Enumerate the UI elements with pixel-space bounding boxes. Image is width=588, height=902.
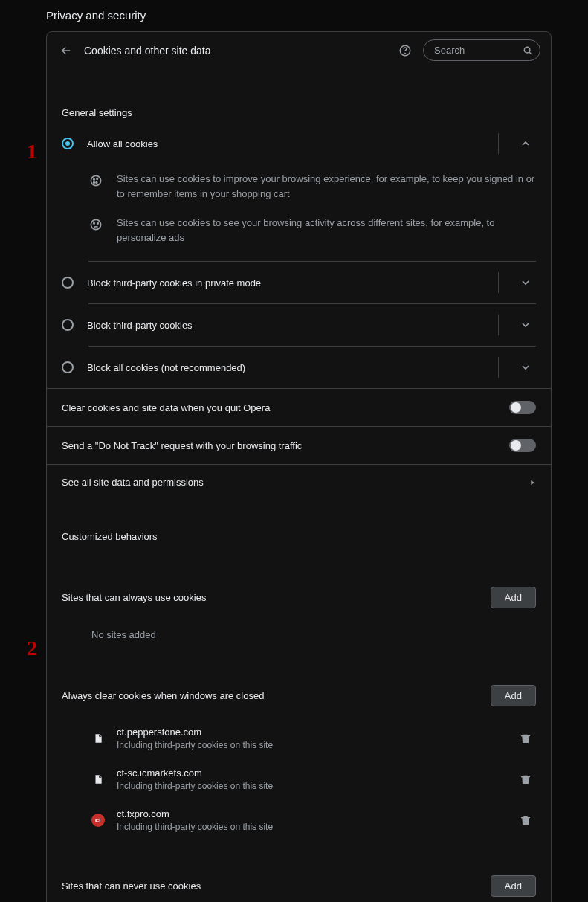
subhead-label: Sites that can never use cookies bbox=[62, 880, 482, 892]
svg-point-3 bbox=[91, 175, 100, 185]
site-sub: Including third-party cookies on this si… bbox=[117, 821, 503, 834]
chevron-down-icon bbox=[520, 361, 532, 373]
search-wrap bbox=[423, 39, 540, 61]
add-always-clear-button[interactable]: Add bbox=[491, 685, 536, 706]
radio-indicator bbox=[62, 319, 74, 331]
collapse-button[interactable] bbox=[515, 133, 536, 154]
annotation-1: 1 bbox=[27, 140, 37, 164]
chevron-down-icon bbox=[520, 319, 532, 331]
expand-button[interactable] bbox=[515, 272, 536, 293]
help-button[interactable] bbox=[396, 42, 414, 59]
panel-title: Cookies and other site data bbox=[84, 45, 387, 57]
cookie-bad-icon bbox=[88, 217, 103, 232]
svg-point-1 bbox=[405, 53, 406, 54]
subhead-label: Sites that can always use cookies bbox=[62, 592, 482, 603]
delete-site-button[interactable] bbox=[515, 810, 536, 831]
divider bbox=[498, 133, 499, 154]
site-text: ct.fxpro.com Including third-party cooki… bbox=[117, 808, 503, 834]
radio-block-third-party-private[interactable]: Block third-party cookies in private mod… bbox=[47, 262, 551, 303]
section-customized-behaviors: Customized behaviors bbox=[47, 500, 551, 553]
site-text: ct-sc.icmarkets.com Including third-part… bbox=[117, 767, 503, 793]
subhead-label: Always clear cookies when windows are cl… bbox=[62, 690, 482, 701]
site-domain: ct.pepperstone.com bbox=[117, 726, 503, 739]
desc-text: Sites can use cookies to see your browsi… bbox=[117, 216, 536, 245]
radio-indicator bbox=[62, 277, 74, 289]
toggle-do-not-track[interactable] bbox=[509, 439, 536, 452]
radio-label: Block third-party cookies in private mod… bbox=[87, 277, 485, 289]
caret-right-icon bbox=[529, 479, 536, 486]
expand-button[interactable] bbox=[515, 315, 536, 335]
back-button[interactable] bbox=[57, 42, 75, 59]
svg-point-7 bbox=[94, 182, 95, 184]
sites-never-use-header: Sites that can never use cookies Add bbox=[47, 841, 551, 897]
svg-point-8 bbox=[91, 219, 100, 229]
svg-point-10 bbox=[97, 223, 99, 225]
page-title: Privacy and security bbox=[46, 9, 146, 22]
arrow-left-icon bbox=[59, 44, 73, 57]
site-sub: Including third-party cookies on this si… bbox=[117, 780, 503, 793]
svg-rect-13 bbox=[521, 817, 530, 818]
toggle-clear-on-quit[interactable] bbox=[509, 401, 536, 414]
chevron-down-icon bbox=[520, 277, 532, 289]
radio-label: Block third-party cookies bbox=[87, 320, 485, 331]
svg-point-9 bbox=[94, 223, 95, 225]
add-never-use-button[interactable]: Add bbox=[491, 875, 536, 897]
trash-icon bbox=[520, 814, 532, 826]
help-icon bbox=[398, 44, 412, 57]
cookie-desc-1: Sites can use cookies to improve your br… bbox=[47, 164, 551, 208]
trash-icon bbox=[520, 732, 532, 744]
see-all-site-data-link[interactable]: See all site data and permissions bbox=[47, 464, 551, 500]
settings-panel: Cookies and other site data General sett… bbox=[46, 31, 552, 902]
no-sites-added: No sites added bbox=[47, 608, 551, 643]
toggle-clear-on-quit-row: Clear cookies and site data when you qui… bbox=[47, 388, 551, 426]
toggle-label: Clear cookies and site data when you qui… bbox=[62, 402, 500, 413]
radio-block-third-party[interactable]: Block third-party cookies bbox=[47, 304, 551, 346]
site-row: ct-sc.icmarkets.com Including third-part… bbox=[47, 759, 551, 800]
site-domain: ct-sc.icmarkets.com bbox=[117, 767, 503, 780]
radio-label: Block all cookies (not recommended) bbox=[87, 362, 485, 373]
delete-site-button[interactable] bbox=[515, 728, 536, 749]
svg-point-6 bbox=[96, 182, 97, 184]
toggle-label: Send a "Do Not Track" request with your … bbox=[62, 440, 500, 451]
site-row: ct ct.fxpro.com Including third-party co… bbox=[47, 800, 551, 841]
no-sites-added: No sites added bbox=[47, 897, 551, 902]
site-domain: ct.fxpro.com bbox=[117, 808, 503, 821]
cookie-desc-2: Sites can use cookies to see your browsi… bbox=[47, 208, 551, 252]
trash-icon bbox=[520, 773, 532, 785]
site-text: ct.pepperstone.com Including third-party… bbox=[117, 726, 503, 752]
link-label: See all site data and permissions bbox=[62, 477, 520, 488]
svg-point-4 bbox=[94, 179, 95, 181]
toggle-do-not-track-row: Send a "Do Not Track" request with your … bbox=[47, 426, 551, 464]
expand-button[interactable] bbox=[515, 357, 536, 378]
cookie-good-icon bbox=[88, 173, 103, 188]
sites-always-clear-header: Always clear cookies when windows are cl… bbox=[47, 643, 551, 706]
sites-always-use-header: Sites that can always use cookies Add bbox=[47, 553, 551, 608]
radio-label: Allow all cookies bbox=[87, 138, 485, 149]
divider bbox=[498, 272, 499, 293]
chevron-up-icon bbox=[520, 138, 532, 149]
radio-block-all-cookies[interactable]: Block all cookies (not recommended) bbox=[47, 347, 551, 388]
favicon-icon: ct bbox=[91, 814, 105, 827]
radio-allow-all-cookies[interactable]: Allow all cookies bbox=[47, 129, 551, 164]
annotation-2: 2 bbox=[27, 637, 37, 660]
divider bbox=[498, 357, 499, 378]
radio-indicator bbox=[62, 138, 74, 149]
search-input[interactable] bbox=[423, 39, 540, 61]
section-general-settings: General settings bbox=[47, 68, 551, 129]
panel-header: Cookies and other site data bbox=[47, 32, 551, 68]
svg-rect-12 bbox=[521, 776, 530, 777]
site-row: ct.pepperstone.com Including third-party… bbox=[47, 718, 551, 759]
add-always-use-button[interactable]: Add bbox=[491, 587, 536, 608]
svg-point-5 bbox=[97, 178, 98, 180]
divider bbox=[498, 315, 499, 335]
delete-site-button[interactable] bbox=[515, 769, 536, 790]
page-icon bbox=[91, 773, 105, 786]
site-sub: Including third-party cookies on this si… bbox=[117, 739, 503, 752]
page-icon bbox=[91, 732, 105, 745]
radio-indicator bbox=[62, 361, 74, 373]
svg-rect-11 bbox=[521, 735, 530, 736]
desc-text: Sites can use cookies to improve your br… bbox=[117, 172, 536, 201]
